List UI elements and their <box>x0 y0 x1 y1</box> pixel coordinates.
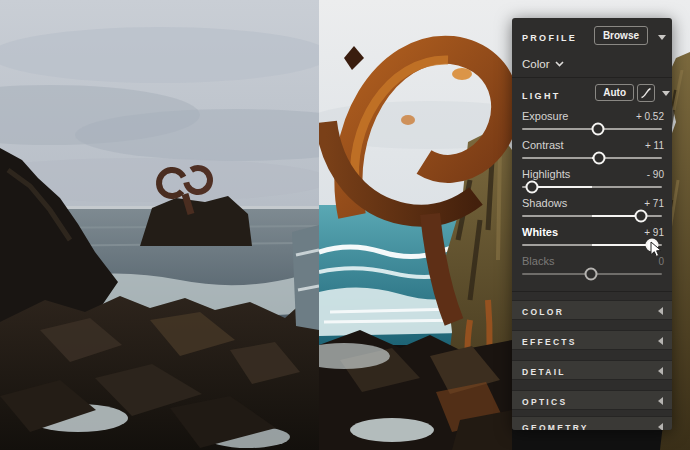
profile-expand-icon[interactable] <box>658 35 666 40</box>
chevron-down-icon <box>555 61 564 67</box>
slider-label: Shadows <box>522 197 567 209</box>
slider-value: + 71 <box>644 198 664 209</box>
slider-knob[interactable] <box>635 210 648 223</box>
section-label: GEOMETRY <box>522 423 589 430</box>
profile-header: PROFILE Browse <box>522 26 666 52</box>
slider-knob[interactable] <box>591 123 604 136</box>
slider-blacks: Blacks 0 <box>522 255 662 284</box>
auto-button[interactable]: Auto <box>595 84 634 101</box>
section-effects[interactable]: EFFECTS <box>512 330 672 350</box>
collapse-left-icon <box>658 367 663 375</box>
section-label: OPTICS <box>522 397 567 407</box>
divider <box>512 77 672 78</box>
tone-curve-button[interactable] <box>637 84 655 102</box>
profile-title: PROFILE <box>522 33 577 43</box>
light-title: LIGHT <box>522 91 561 101</box>
section-detail[interactable]: DETAIL <box>512 360 672 380</box>
section-optics[interactable]: OPTICS <box>512 390 672 410</box>
mouse-cursor-icon <box>650 241 662 259</box>
slider-highlights: Highlights - 90 <box>522 168 662 197</box>
slider-label: Contrast <box>522 139 564 151</box>
collapse-left-icon <box>658 307 663 315</box>
browse-button[interactable]: Browse <box>594 26 648 45</box>
slider-track[interactable] <box>522 238 662 252</box>
collapse-left-icon <box>658 397 663 405</box>
divider <box>512 291 672 292</box>
light-header: LIGHT Auto <box>522 82 666 108</box>
section-label: EFFECTS <box>522 337 577 347</box>
light-expand-icon[interactable] <box>662 91 670 96</box>
slider-contrast: Contrast + 11 <box>522 139 662 168</box>
slider-track[interactable] <box>522 267 662 281</box>
slider-value: - 90 <box>647 169 664 180</box>
slider-track[interactable] <box>522 122 662 136</box>
tone-curve-icon <box>640 87 652 99</box>
slider-shadows: Shadows + 71 <box>522 197 662 226</box>
slider-value: + 11 <box>645 140 664 151</box>
slider-exposure: Exposure + 0.52 <box>522 110 662 139</box>
slider-knob[interactable] <box>593 152 606 165</box>
edit-panel: PROFILE Browse Color LIGHT Auto Exposure <box>512 18 672 430</box>
profile-select[interactable]: Color <box>522 56 564 72</box>
slider-label: Whites <box>522 226 558 238</box>
foreground-rocks <box>298 330 512 450</box>
collapse-left-icon <box>658 423 663 430</box>
section-geometry[interactable]: GEOMETRY <box>512 416 672 430</box>
section-color[interactable]: COLOR <box>512 300 672 320</box>
slider-label: Exposure <box>522 110 568 122</box>
slider-track[interactable] <box>522 209 662 223</box>
slider-value: + 0.52 <box>636 111 664 122</box>
section-label: COLOR <box>522 307 564 317</box>
slider-label: Blacks <box>522 255 554 267</box>
slider-track[interactable] <box>522 151 662 165</box>
section-label: DETAIL <box>522 367 566 377</box>
slider-knob[interactable] <box>525 181 538 194</box>
slider-track[interactable] <box>522 180 662 194</box>
slider-whites: Whites + 91 <box>522 226 662 255</box>
collapse-left-icon <box>658 337 663 345</box>
photo-canvas[interactable]: PROFILE Browse Color LIGHT Auto Exposure <box>0 0 690 450</box>
profile-selected-label: Color <box>522 58 549 70</box>
slider-knob[interactable] <box>584 268 597 281</box>
slider-label: Highlights <box>522 168 570 180</box>
slider-value: + 91 <box>644 227 664 238</box>
